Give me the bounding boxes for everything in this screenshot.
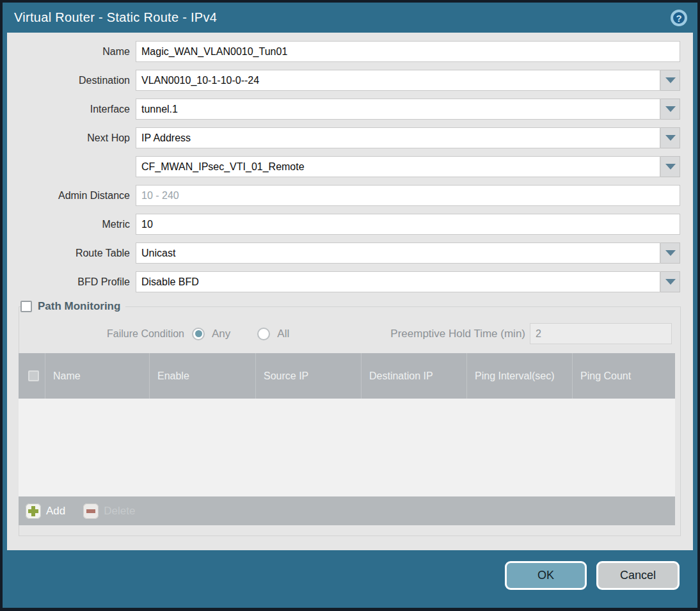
cancel-button[interactable]: Cancel — [596, 561, 680, 590]
delete-button-label: Delete — [104, 505, 135, 518]
bfd-profile-row: BFD Profile — [7, 271, 680, 292]
metric-label: Metric — [7, 219, 136, 230]
chevron-down-icon — [665, 164, 676, 170]
dialog-footer: OK Cancel — [3, 553, 697, 608]
table-footer-bar: Add Delete — [19, 496, 675, 525]
metric-input[interactable] — [136, 214, 680, 235]
next-hop-address-row — [7, 156, 680, 177]
path-monitoring-legend: Path Monitoring — [20, 300, 125, 313]
failure-condition-all-label: All — [277, 328, 289, 340]
select-all-checkbox[interactable] — [28, 370, 39, 381]
admin-distance-label: Admin Distance — [7, 190, 136, 202]
admin-distance-input[interactable] — [136, 185, 680, 206]
destination-dropdown-button[interactable] — [660, 70, 680, 91]
bfd-profile-dropdown-button[interactable] — [660, 271, 680, 292]
route-table-label: Route Table — [7, 248, 136, 259]
chevron-down-icon — [665, 135, 676, 141]
destination-row: Destination — [7, 70, 680, 91]
add-button-label: Add — [46, 505, 65, 518]
radio-dot — [195, 330, 202, 337]
dialog-title: Virtual Router - Static Route - IPv4 — [14, 10, 217, 25]
route-table-dropdown-button[interactable] — [660, 242, 680, 264]
bfd-profile-input[interactable] — [136, 271, 660, 292]
route-table-row: Route Table — [7, 242, 680, 264]
name-input[interactable] — [136, 41, 680, 62]
path-monitoring-section: Path Monitoring Failure Condition Any Al… — [19, 300, 681, 536]
column-header-enable[interactable]: Enable — [150, 353, 256, 399]
interface-label: Interface — [7, 104, 136, 115]
chevron-down-icon — [665, 106, 676, 112]
interface-input[interactable] — [136, 99, 660, 120]
preemptive-hold-time-input — [530, 323, 672, 344]
next-hop-row: Next Hop — [7, 127, 680, 148]
plus-icon — [26, 504, 41, 519]
column-header-ping-interval[interactable]: Ping Interval(sec) — [467, 353, 573, 399]
failure-condition-label: Failure Condition — [19, 328, 192, 340]
metric-row: Metric — [7, 214, 680, 235]
column-header-source-ip[interactable]: Source IP — [256, 353, 362, 399]
dialog-content: Name Destination Interface Next Hop — [7, 33, 693, 550]
name-label: Name — [7, 46, 136, 58]
path-monitoring-title: Path Monitoring — [38, 300, 120, 313]
chevron-down-icon — [665, 77, 676, 83]
destination-input[interactable] — [136, 70, 660, 91]
column-header-name[interactable]: Name — [45, 353, 150, 399]
next-hop-type-dropdown-button[interactable] — [660, 127, 680, 148]
interface-row: Interface — [7, 99, 680, 120]
static-route-dialog: Virtual Router - Static Route - IPv4 ? N… — [3, 3, 697, 608]
chevron-down-icon — [665, 250, 676, 256]
destination-label: Destination — [7, 75, 136, 86]
table-body-empty — [19, 399, 675, 496]
minus-icon — [83, 504, 99, 519]
chevron-down-icon — [665, 279, 676, 285]
next-hop-address-dropdown-button[interactable] — [660, 156, 680, 177]
path-monitoring-table: Name Enable Source IP Destination IP Pin… — [19, 353, 675, 525]
table-header-row: Name Enable Source IP Destination IP Pin… — [19, 353, 675, 399]
failure-condition-any-label: Any — [212, 328, 230, 340]
bfd-profile-label: BFD Profile — [7, 276, 136, 288]
name-row: Name — [7, 41, 680, 62]
failure-condition-all-radio[interactable] — [257, 328, 270, 340]
ok-button[interactable]: OK — [505, 561, 587, 590]
failure-condition-any-radio[interactable] — [192, 328, 205, 340]
column-header-ping-count[interactable]: Ping Count — [573, 353, 675, 399]
next-hop-address-input[interactable] — [136, 156, 660, 177]
admin-distance-row: Admin Distance — [7, 185, 680, 206]
delete-button[interactable]: Delete — [83, 504, 135, 519]
column-header-destination-ip[interactable]: Destination IP — [362, 353, 467, 399]
interface-dropdown-button[interactable] — [660, 99, 680, 120]
dialog-titlebar: Virtual Router - Static Route - IPv4 ? — [3, 3, 697, 33]
preemptive-hold-time-label: Preemptive Hold Time (min) — [390, 328, 530, 340]
next-hop-type-input[interactable] — [136, 127, 660, 148]
route-table-input[interactable] — [136, 242, 660, 264]
add-button[interactable]: Add — [26, 504, 65, 519]
next-hop-label: Next Hop — [7, 132, 136, 144]
failure-condition-row: Failure Condition Any All Preemptive Hol… — [19, 323, 672, 344]
path-monitoring-checkbox[interactable] — [20, 301, 32, 312]
help-icon[interactable]: ? — [671, 10, 687, 26]
select-all-header-cell — [19, 353, 45, 399]
